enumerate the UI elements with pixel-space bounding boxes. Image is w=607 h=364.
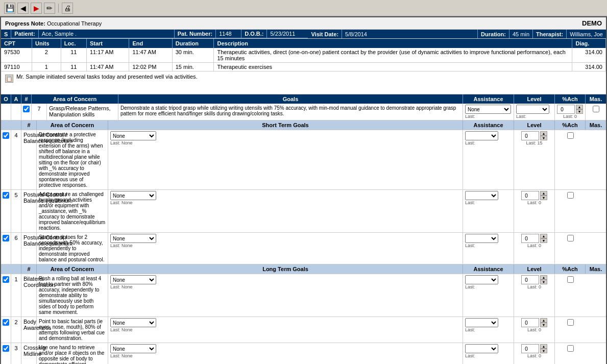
level-select[interactable]: 12345 — [465, 344, 498, 353]
goal-assist-cell[interactable]: NoneMinModMaxIndependent Last: None — [108, 343, 463, 364]
level-select[interactable]: 12345 — [465, 275, 498, 284]
assist-select[interactable]: NoneMinModMaxIndependent — [110, 275, 156, 284]
goal-pct-cell[interactable]: ▲ ▼ Last: 15 — [514, 130, 555, 189]
pct-stepper[interactable]: ▲ ▼ — [540, 318, 547, 327]
mas-checkbox[interactable] — [567, 319, 574, 326]
level-select[interactable]: 12345 — [465, 234, 498, 243]
level-select[interactable]: 12345 — [465, 131, 498, 140]
pct-stepper[interactable]: ▲ ▼ — [576, 105, 583, 114]
assist-select[interactable]: NoneMinModMaxIndependent — [110, 234, 156, 243]
pct-down-btn[interactable]: ▼ — [576, 109, 583, 114]
pct-up-btn[interactable]: ▲ — [540, 318, 547, 323]
goal-check-cell[interactable] — [1, 190, 11, 232]
goal-check-cell[interactable] — [1, 130, 11, 189]
forward-button[interactable]: ▶ — [31, 3, 42, 14]
save-button[interactable]: 💾 — [4, 3, 15, 14]
assist-select[interactable]: NoneMinModMaxIndependent — [465, 105, 511, 114]
back-button[interactable]: ◀ — [17, 3, 29, 14]
mas-checkbox[interactable] — [567, 276, 574, 283]
goal-assist-cell[interactable]: NoneMinModMaxIndependent Last: — [463, 104, 514, 120]
goal-check-cell[interactable] — [1, 274, 11, 317]
goal-checkbox[interactable] — [3, 235, 9, 241]
assist-select[interactable]: NoneMinModMaxIndependent — [110, 191, 156, 200]
goal-check-cell[interactable] — [1, 343, 11, 364]
goal-mas-cell[interactable] — [555, 190, 586, 232]
goal-check-cell[interactable] — [21, 104, 32, 120]
pct-input[interactable] — [521, 344, 539, 353]
goal-pct-cell[interactable]: ▲ ▼ Last: 0 — [514, 233, 555, 264]
level-select[interactable]: 12345 — [465, 191, 498, 200]
goal-level-cell[interactable]: 12345 Last: — [463, 190, 514, 232]
goal-checkbox[interactable] — [3, 276, 9, 283]
pct-input[interactable] — [557, 105, 575, 114]
goal-assist-cell[interactable]: NoneMinModMaxIndependent Last: None — [108, 317, 463, 343]
goal-pct-cell[interactable]: ▲ ▼ Last: 0 — [555, 104, 586, 120]
pct-stepper[interactable]: ▲ ▼ — [540, 131, 547, 140]
goal-checkbox[interactable] — [3, 345, 9, 352]
mas-checkbox[interactable] — [567, 132, 574, 139]
level-select[interactable]: 12345 — [516, 105, 549, 114]
pct-input[interactable] — [521, 275, 539, 284]
pct-input[interactable] — [521, 131, 539, 140]
pct-stepper[interactable]: ▲ ▼ — [540, 275, 547, 284]
goal-pct-cell[interactable]: ▲ ▼ Last: 0 — [514, 190, 555, 232]
goal-mas-cell[interactable] — [555, 130, 586, 189]
goal-checkbox[interactable] — [3, 192, 9, 199]
pct-down-btn[interactable]: ▼ — [540, 280, 547, 284]
print-button[interactable]: 🖨 — [62, 3, 73, 14]
goal-checkbox[interactable] — [23, 106, 30, 112]
pct-down-btn[interactable]: ▼ — [540, 238, 547, 243]
pct-down-btn[interactable]: ▼ — [540, 349, 547, 353]
goal-assist-cell[interactable]: NoneMinModMaxIndependent Last: None — [108, 233, 463, 264]
goal-level-cell[interactable]: 12345 Last: — [463, 130, 514, 189]
pct-stepper[interactable]: ▲ ▼ — [540, 344, 547, 353]
goal-assist-cell[interactable]: NoneMinModMaxIndependent Last: None — [108, 190, 463, 232]
pct-input[interactable] — [521, 191, 539, 200]
pct-down-btn[interactable]: ▼ — [540, 196, 547, 200]
goal-level-cell[interactable]: 12345 Last: — [463, 233, 514, 264]
pct-up-btn[interactable]: ▲ — [540, 344, 547, 349]
goal-mas-cell[interactable] — [555, 274, 586, 317]
level-last: Last: — [516, 114, 552, 119]
a-checkbox-cell — [11, 104, 21, 120]
goal-level-cell[interactable]: 12345 Last: — [463, 274, 514, 317]
pencil-button[interactable]: ✏ — [44, 3, 55, 14]
pct-down-btn[interactable]: ▼ — [540, 323, 547, 327]
pct-up-btn[interactable]: ▲ — [540, 275, 547, 280]
pct-down-btn[interactable]: ▼ — [540, 136, 547, 140]
pct-up-btn[interactable]: ▲ — [540, 131, 547, 136]
assist-select[interactable]: NoneMinModMaxIndependent — [110, 131, 156, 140]
goal-mas-cell[interactable] — [555, 233, 586, 264]
pct-up-btn[interactable]: ▲ — [540, 191, 547, 196]
end-cell: 11:47 AM — [129, 48, 172, 63]
goal-mas-cell[interactable] — [586, 104, 606, 120]
mas-checkbox[interactable] — [567, 235, 574, 241]
pct-stepper[interactable]: ▲ ▼ — [540, 191, 547, 200]
level-select[interactable]: 12345 — [465, 318, 498, 327]
mas-checkbox[interactable] — [567, 345, 574, 352]
goal-check-cell[interactable] — [1, 317, 11, 343]
goal-mas-cell[interactable] — [555, 317, 586, 343]
goal-checkbox[interactable] — [3, 319, 9, 326]
pct-input[interactable] — [521, 234, 539, 243]
goal-mas-cell[interactable] — [555, 343, 586, 364]
goal-assist-cell[interactable]: NoneMinModMaxIndependent Last: None — [108, 274, 463, 317]
assist-select[interactable]: NoneMinModMaxIndependent — [110, 318, 156, 327]
goal-pct-cell[interactable]: ▲ ▼ Last: 0 — [514, 343, 555, 364]
mas-checkbox[interactable] — [567, 192, 574, 199]
goal-level-cell[interactable]: 12345 Last: — [463, 343, 514, 364]
pct-up-btn[interactable]: ▲ — [576, 105, 583, 109]
goal-check-cell[interactable] — [1, 233, 11, 264]
goal-pct-cell[interactable]: ▲ ▼ Last: 0 — [514, 317, 555, 343]
goal-level-cell[interactable]: 12345 Last: — [514, 104, 555, 120]
goal-checkbox[interactable] — [3, 132, 9, 139]
mas-checkbox[interactable] — [593, 106, 599, 112]
pct-stepper[interactable]: ▲ ▼ — [540, 234, 547, 243]
pct-input[interactable] — [521, 318, 539, 327]
goal-pct-cell[interactable]: ▲ ▼ Last: 0 — [514, 274, 555, 317]
goal-assist-cell[interactable]: NoneMinModMaxIndependent Last: None — [108, 130, 463, 189]
assist-select[interactable]: NoneMinModMaxIndependent — [110, 344, 156, 353]
goal-level-cell[interactable]: 12345 Last: — [463, 317, 514, 343]
pct-up-btn[interactable]: ▲ — [540, 234, 547, 238]
pat-number-value-cell: 1148 — [216, 30, 241, 38]
